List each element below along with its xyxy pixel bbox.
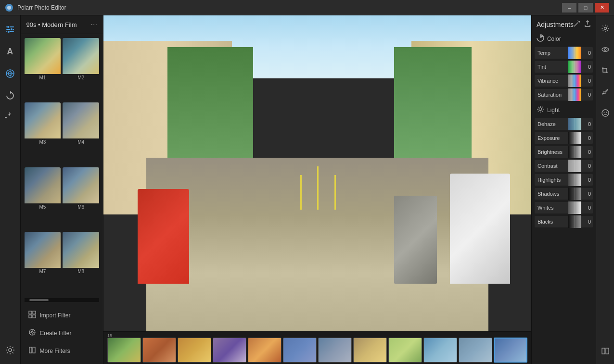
compare-button[interactable]: [596, 342, 614, 360]
gear-button[interactable]: [596, 19, 614, 38]
temp-label: Temp: [535, 47, 568, 59]
main-photo: [103, 15, 531, 331]
filmstrip-thumb-4[interactable]: [213, 338, 246, 363]
close-button[interactable]: ✕: [595, 3, 609, 13]
svg-line-28: [577, 21, 580, 22]
filter-label-m1: M1: [39, 74, 46, 82]
filmstrip-thumb-5[interactable]: [248, 338, 281, 363]
svg-point-30: [539, 108, 542, 111]
brush-button[interactable]: [596, 83, 614, 101]
color-section-header: Color: [535, 31, 593, 45]
whites-label: Whites: [535, 202, 568, 213]
filter-label-m5: M5: [39, 203, 46, 212]
eye-button[interactable]: [596, 40, 614, 59]
filmstrip-thumb-1[interactable]: [107, 338, 141, 363]
filter-label-m8: M8: [77, 268, 84, 276]
filmstrip-thumb-3[interactable]: [178, 338, 211, 363]
exposure-slider[interactable]: [568, 132, 581, 144]
filter-item-m1[interactable]: M1: [25, 38, 61, 100]
svg-point-39: [604, 27, 606, 30]
brush-icon: [601, 88, 610, 96]
svg-point-43: [603, 112, 604, 113]
filter-scroll-thumb: [29, 299, 49, 301]
import-filter-button[interactable]: Import Filter: [24, 307, 100, 324]
filmstrip-thumb-active[interactable]: [494, 338, 527, 363]
overlay-tool-button[interactable]: [1, 64, 19, 83]
filmstrip-thumb-9[interactable]: [388, 338, 422, 363]
import-filter-icon: [28, 311, 36, 320]
exposure-value: 0: [581, 132, 593, 144]
blacks-value: 0: [581, 216, 593, 227]
shadows-slider[interactable]: [568, 188, 581, 200]
svg-line-36: [542, 111, 543, 112]
svg-rect-25: [29, 347, 32, 353]
filmstrip-thumb-7[interactable]: [318, 338, 352, 363]
filter-thumb-m6: [63, 167, 99, 203]
highlights-value: 0: [581, 174, 593, 186]
blacks-slider[interactable]: [568, 215, 581, 228]
saturation-label: Saturation: [535, 89, 568, 100]
more-filters-button[interactable]: More Filters: [24, 342, 100, 359]
filter-item-m2[interactable]: M2: [63, 38, 99, 100]
light-icon: [537, 105, 544, 114]
overlay-icon: [5, 68, 15, 79]
filter-more-button[interactable]: ···: [91, 20, 97, 29]
vibrance-slider[interactable]: [568, 75, 581, 87]
text-tool-button[interactable]: A: [1, 42, 19, 61]
svg-point-6: [10, 28, 13, 31]
color-section-title: Color: [547, 36, 561, 42]
blacks-label: Blacks: [535, 216, 568, 227]
tint-slider[interactable]: [568, 61, 581, 73]
vibrance-label: Vibrance: [535, 75, 568, 87]
minimize-button[interactable]: –: [562, 3, 576, 13]
filmstrip-thumb-6[interactable]: [283, 338, 317, 363]
road-line-2: [317, 166, 319, 210]
dehaze-slider[interactable]: [568, 118, 581, 130]
svg-line-38: [538, 111, 539, 112]
filmstrip-thumb-11[interactable]: [459, 338, 492, 363]
settings-tool-button[interactable]: [1, 341, 19, 359]
dehaze-value: 0: [581, 118, 593, 130]
title-bar: Polarr Photo Editor – □ ✕: [0, 0, 614, 15]
highlights-row: Highlights 0: [535, 174, 593, 186]
contrast-slider[interactable]: [568, 160, 581, 172]
filter-scroll: [25, 298, 99, 302]
filmstrip-thumb-8[interactable]: [353, 338, 387, 363]
road: [146, 158, 488, 331]
vibrance-row: Vibrance 0: [535, 75, 593, 87]
saturation-slider[interactable]: [568, 88, 581, 101]
road-line-1: [300, 175, 302, 210]
brightness-slider[interactable]: [568, 146, 581, 158]
filmstrip-thumb-2[interactable]: [142, 338, 176, 363]
light-section-header: Light: [535, 102, 593, 116]
filter-item-m7[interactable]: M7: [25, 232, 61, 294]
filter-item-m8[interactable]: M8: [63, 232, 99, 294]
filmstrip-bar: 15: [103, 331, 531, 364]
svg-rect-16: [33, 311, 36, 314]
create-filter-button[interactable]: Create Filter: [24, 325, 100, 341]
filters-tool-button[interactable]: [1, 20, 19, 38]
filter-item-m4[interactable]: M4: [63, 102, 99, 165]
filter-item-m6[interactable]: M6: [63, 167, 99, 230]
vibrance-value: 0: [581, 75, 593, 87]
exposure-label: Exposure: [535, 132, 568, 144]
saturation-row: Saturation 0: [535, 88, 593, 101]
filter-item-m5[interactable]: M5: [25, 167, 61, 230]
filmstrip-thumb-10[interactable]: [423, 338, 457, 363]
filters-icon: [5, 24, 15, 35]
face-button[interactable]: [596, 104, 614, 122]
crop-button[interactable]: [596, 62, 614, 80]
temp-slider[interactable]: [568, 47, 581, 59]
svg-point-44: [606, 112, 607, 113]
highlights-slider[interactable]: [568, 174, 581, 186]
share-icon[interactable]: [584, 20, 591, 28]
whites-slider[interactable]: [568, 201, 581, 214]
wand-icon[interactable]: [574, 20, 580, 28]
canvas-area: [103, 15, 531, 331]
rotate-cw-button[interactable]: [1, 87, 19, 105]
filter-item-m3[interactable]: M3: [25, 102, 61, 165]
undo-button[interactable]: [1, 109, 19, 127]
svg-point-41: [604, 49, 606, 50]
maximize-button[interactable]: □: [578, 3, 593, 13]
filter-thumb-m2: [63, 38, 99, 74]
